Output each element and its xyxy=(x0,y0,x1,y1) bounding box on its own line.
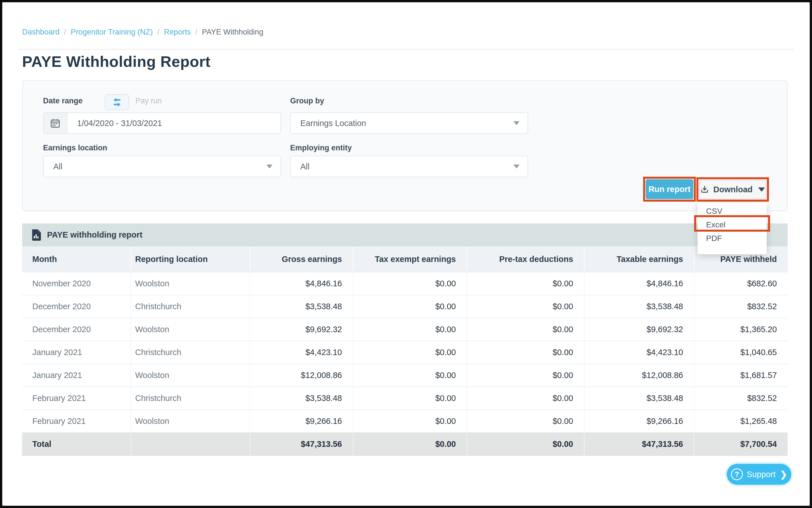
tax-exempt-cell: $0.00 xyxy=(353,410,467,432)
earnings-location-value: All xyxy=(44,162,62,171)
report-document-icon xyxy=(31,229,42,241)
paye-cell: $1,681.57 xyxy=(694,364,788,386)
table-row: February 2021 Woolston $9,266.16 $0.00 $… xyxy=(22,410,788,432)
location-cell: Christchurch xyxy=(131,295,250,318)
question-circle-icon: ? xyxy=(731,468,743,480)
breadcrumb-reports[interactable]: Reports xyxy=(164,28,191,37)
paye-cell: $682.60 xyxy=(694,272,788,295)
tax-exempt-cell: $0.00 xyxy=(353,387,467,410)
location-cell: Woolston xyxy=(131,272,250,295)
month-cell: February 2021 xyxy=(22,410,131,432)
location-cell: Woolston xyxy=(131,410,250,432)
paye-cell: $1,265.48 xyxy=(694,410,788,432)
month-cell: December 2020 xyxy=(22,318,131,341)
report-table: PAYE withholding report Month Reporting … xyxy=(22,223,788,456)
table-title: PAYE withholding report xyxy=(47,230,143,240)
download-label: Download xyxy=(714,185,753,194)
taxable-cell: $9,692.32 xyxy=(584,318,694,341)
support-label: Support xyxy=(747,470,776,479)
col-header-pre-tax-deductions: Pre-tax deductions xyxy=(467,246,584,272)
download-menu-item-csv[interactable]: CSV xyxy=(697,205,767,218)
table-row: November 2020 Woolston $4,846.16 $0.00 $… xyxy=(22,272,788,295)
group-by-label: Group by xyxy=(290,96,324,105)
gross-cell: $9,692.32 xyxy=(250,318,353,341)
month-cell: January 2021 xyxy=(22,364,131,386)
chevron-down-icon xyxy=(513,165,520,168)
earnings-location-select[interactable]: All xyxy=(43,156,281,177)
taxable-cell: $3,538.48 xyxy=(584,387,694,410)
pre-tax-cell: $0.00 xyxy=(467,387,584,410)
gross-cell: $3,538.48 xyxy=(250,295,353,318)
total-gross: $47,313.56 xyxy=(250,432,353,456)
table-row: February 2021 Christchurch $3,538.48 $0.… xyxy=(22,386,788,410)
table-total-row: Total $47,313.56 $0.00 $0.00 $47,313.56 … xyxy=(22,432,788,456)
date-range-input[interactable]: 1/04/2020 - 31/03/2021 xyxy=(43,113,281,134)
col-header-reporting-location: Reporting location xyxy=(131,246,250,272)
total-taxable: $47,313.56 xyxy=(584,432,694,456)
month-cell: December 2020 xyxy=(22,295,131,318)
pre-tax-cell: $0.00 xyxy=(467,364,584,386)
col-header-month: Month xyxy=(22,246,131,272)
breadcrumb-dashboard[interactable]: Dashboard xyxy=(22,28,59,37)
caret-down-icon xyxy=(758,187,765,192)
table-titlebar: PAYE withholding report xyxy=(22,223,788,246)
page-title: PAYE Withholding Report xyxy=(22,53,210,70)
chevron-right-icon: ❯ xyxy=(780,469,787,479)
employing-entity-select[interactable]: All xyxy=(290,156,528,177)
tax-exempt-cell: $0.00 xyxy=(353,272,467,295)
breadcrumb-current: PAYE Withholding xyxy=(202,28,263,37)
location-cell: Christchurch xyxy=(131,341,250,364)
download-button[interactable]: Download xyxy=(699,180,766,199)
col-header-taxable-earnings: Taxable earnings xyxy=(584,246,694,272)
pre-tax-cell: $0.00 xyxy=(467,318,584,341)
table-header-row: Month Reporting location Gross earnings … xyxy=(22,246,788,272)
month-cell: January 2021 xyxy=(22,341,131,364)
earnings-location-label: Earnings location xyxy=(43,143,107,152)
tax-exempt-cell: $0.00 xyxy=(353,364,467,386)
employing-entity-label: Employing entity xyxy=(290,143,352,152)
table-row: December 2020 Woolston $9,692.32 $0.00 $… xyxy=(22,318,788,341)
annotation-box-download: Download xyxy=(696,177,769,202)
location-cell: Woolston xyxy=(131,364,250,386)
calendar-button[interactable] xyxy=(44,113,68,133)
pay-run-mode-label[interactable]: Pay run xyxy=(135,96,162,105)
total-paye: $7,700.54 xyxy=(694,432,788,456)
employing-entity-value: All xyxy=(291,162,310,171)
breadcrumb-company[interactable]: Progenitor Training (NZ) xyxy=(71,28,153,37)
group-by-select[interactable]: Earnings Location xyxy=(290,113,528,134)
date-range-label: Date range xyxy=(43,96,83,105)
col-header-tax-exempt-earnings: Tax exempt earnings xyxy=(353,246,467,272)
gross-cell: $9,266.16 xyxy=(250,410,353,432)
run-report-button[interactable]: Run report xyxy=(646,179,693,199)
taxable-cell: $4,846.16 xyxy=(584,272,694,295)
paye-cell: $832.52 xyxy=(694,387,788,410)
month-cell: November 2020 xyxy=(22,272,131,295)
date-range-value: 1/04/2020 - 31/03/2021 xyxy=(68,119,162,128)
breadcrumb-separator: / xyxy=(64,28,66,37)
total-label: Total xyxy=(22,432,131,456)
col-header-gross-earnings: Gross earnings xyxy=(250,246,353,272)
gross-cell: $4,846.16 xyxy=(250,272,353,295)
total-pre-tax: $0.00 xyxy=(467,432,584,456)
chevron-down-icon xyxy=(266,165,273,168)
taxable-cell: $12,008.86 xyxy=(584,364,694,386)
taxable-cell: $3,538.48 xyxy=(584,295,694,318)
download-menu-item-pdf[interactable]: PDF xyxy=(697,231,767,245)
table-row: January 2021 Christchurch $4,423.10 $0.0… xyxy=(22,341,788,364)
gross-cell: $12,008.86 xyxy=(250,364,353,386)
total-tax-exempt: $0.00 xyxy=(353,432,467,456)
breadcrumb-separator: / xyxy=(195,28,198,37)
calendar-icon xyxy=(50,118,60,129)
download-menu: CSV Excel PDF xyxy=(697,203,767,254)
total-location xyxy=(131,432,250,456)
paye-withholding-report-page: Dashboard / Progenitor Training (NZ) / R… xyxy=(0,0,812,508)
chevron-down-icon xyxy=(513,121,520,125)
month-cell: February 2021 xyxy=(22,387,131,410)
location-cell: Christchurch xyxy=(131,387,250,410)
download-menu-item-excel[interactable]: Excel xyxy=(697,218,767,231)
support-button[interactable]: ? Support ❯ xyxy=(727,464,791,485)
group-by-value: Earnings Location xyxy=(291,119,366,128)
date-mode-toggle-button[interactable] xyxy=(105,94,129,110)
breadcrumb: Dashboard / Progenitor Training (NZ) / R… xyxy=(22,28,263,37)
taxable-cell: $4,423.10 xyxy=(584,341,694,364)
